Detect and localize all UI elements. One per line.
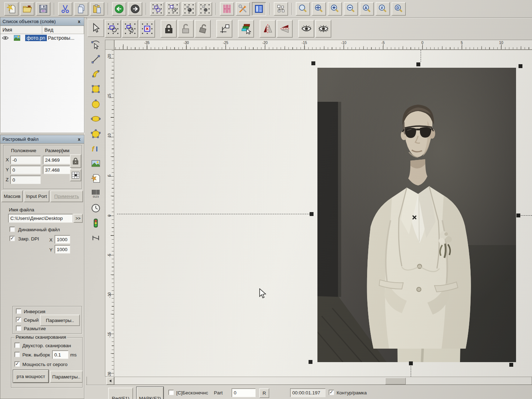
- set-origin-button[interactable]: [216, 20, 232, 38]
- save-button[interactable]: [36, 2, 50, 16]
- object-name[interactable]: фото.pn: [25, 35, 47, 41]
- object-list-button[interactable]: [252, 2, 266, 16]
- selection-handle-bottom-center[interactable]: [409, 361, 413, 365]
- group-button[interactable]: [150, 2, 164, 16]
- bidir-checkbox[interactable]: [15, 343, 20, 348]
- inversion-checkbox[interactable]: [16, 309, 21, 314]
- work-canvas[interactable]: [114, 50, 532, 377]
- x-position-input[interactable]: -0: [10, 156, 41, 164]
- reset-part-button[interactable]: R: [259, 388, 269, 398]
- close-icon[interactable]: x: [76, 19, 82, 24]
- gray-checkbox[interactable]: [16, 317, 21, 322]
- scan-params-button[interactable]: Параметры..: [50, 371, 83, 383]
- dynamic-file-checkbox[interactable]: [10, 227, 15, 232]
- selection-handle-middle-left[interactable]: [310, 212, 314, 216]
- zoom-pan-button[interactable]: [312, 2, 326, 16]
- line-tool[interactable]: [88, 52, 104, 67]
- ellipse-tool[interactable]: [88, 111, 104, 126]
- filename-input[interactable]: C:\Users\Денис\Desktop: [8, 214, 73, 223]
- lock-button[interactable]: [161, 20, 177, 38]
- dpi-y-input[interactable]: 1000: [55, 245, 70, 254]
- vector-file-tool[interactable]: [88, 171, 104, 186]
- pick-object-button[interactable]: [105, 20, 121, 38]
- combine-button[interactable]: [182, 2, 196, 16]
- zoom-out-button[interactable]: [344, 2, 358, 16]
- layer-colors-button[interactable]: [238, 20, 254, 38]
- mirror-vertical-button[interactable]: [277, 20, 293, 38]
- selection-handle-top-right[interactable]: [519, 64, 522, 68]
- unlock-button[interactable]: [178, 20, 194, 38]
- curve-tool[interactable]: [88, 67, 104, 82]
- raster-panel-header[interactable]: Растровый Файл x: [0, 135, 84, 144]
- z-position-input[interactable]: 0: [10, 176, 41, 184]
- zoom-window-button[interactable]: [296, 2, 310, 16]
- settings-button[interactable]: [236, 2, 250, 16]
- mirror-horizontal-button[interactable]: [260, 20, 276, 38]
- node-edit-tool[interactable]: [88, 37, 104, 52]
- scrollbar-thumb[interactable]: [385, 378, 406, 384]
- uncombine-button[interactable]: [198, 2, 212, 16]
- cut-button[interactable]: [58, 2, 72, 16]
- pick-add-button[interactable]: [122, 20, 138, 38]
- delay-tool[interactable]: [88, 201, 104, 216]
- browse-button[interactable]: >>: [73, 214, 83, 223]
- scroll-left-button[interactable]: [106, 377, 114, 385]
- array-button[interactable]: Массив: [1, 190, 23, 202]
- column-header-name[interactable]: Имя: [0, 26, 42, 34]
- object-row[interactable]: фото.pn Растровы...: [0, 34, 84, 42]
- sample-input[interactable]: 0.1: [52, 350, 68, 359]
- selection-handle-top-left[interactable]: [311, 61, 315, 65]
- spline-tool[interactable]: [88, 231, 104, 245]
- polygon-tool[interactable]: [88, 126, 104, 141]
- fixed-dpi-checkbox[interactable]: [10, 236, 15, 241]
- input-port-button[interactable]: Input Port: [24, 190, 49, 202]
- zoom-in-button[interactable]: [328, 2, 342, 16]
- blur-checkbox[interactable]: [16, 326, 21, 331]
- preview-all-button[interactable]: [315, 20, 331, 38]
- vertical-ruler[interactable]: 20 15 10 5 0 -5 -10 -15 -20: [105, 50, 114, 377]
- dpi-x-input[interactable]: 1000: [55, 235, 70, 244]
- circle-tool[interactable]: [88, 96, 104, 111]
- paste-button[interactable]: [90, 2, 104, 16]
- undo-button[interactable]: [112, 2, 126, 16]
- hatch-button[interactable]: [220, 2, 234, 16]
- selection-handle-bottom-left[interactable]: [309, 360, 312, 364]
- preview-button[interactable]: [298, 20, 314, 38]
- selection-handle-bottom-right[interactable]: [509, 363, 513, 367]
- power-map-button[interactable]: рта мощност: [13, 370, 49, 383]
- text-tool[interactable]: fI: [88, 141, 104, 156]
- horizontal-ruler[interactable]: -35 -30 -25 -20 -15 -10 -5 0 5 10: [114, 40, 532, 50]
- io-tool[interactable]: [88, 216, 104, 231]
- zoom-all-button[interactable]: A: [360, 2, 374, 16]
- x-size-input[interactable]: 24.969: [43, 156, 71, 164]
- unlock-all-button[interactable]: [195, 20, 211, 38]
- contour-checkbox[interactable]: [329, 390, 334, 395]
- part-count-input[interactable]: 0: [232, 388, 256, 397]
- pick-delete-button[interactable]: [139, 20, 155, 38]
- bitmap-tool[interactable]: [88, 156, 104, 171]
- y-position-input[interactable]: 0: [10, 166, 41, 174]
- horizontal-scrollbar[interactable]: [114, 377, 532, 385]
- rectangle-tool[interactable]: [88, 82, 104, 96]
- selection-handle-middle-right[interactable]: [516, 214, 520, 217]
- power-gray-checkbox[interactable]: [15, 361, 20, 367]
- selected-bitmap-photo[interactable]: [317, 68, 516, 362]
- y-size-input[interactable]: 37.468: [43, 166, 71, 174]
- selection-handle-top-center[interactable]: [416, 62, 420, 66]
- copy-button[interactable]: [74, 2, 88, 16]
- lock-aspect-button[interactable]: [70, 154, 81, 168]
- barcode-tool[interactable]: 0123: [88, 186, 104, 201]
- infinite-checkbox[interactable]: [168, 390, 174, 395]
- red-preview-button[interactable]: Red(F1): [108, 388, 133, 399]
- zoom-page-button[interactable]: D: [392, 2, 406, 16]
- zoom-selection-button[interactable]: #: [376, 2, 390, 16]
- close-icon[interactable]: x: [76, 137, 82, 142]
- flow-button[interactable]: [274, 2, 288, 16]
- select-tool[interactable]: [88, 19, 104, 37]
- open-button[interactable]: [20, 2, 34, 16]
- column-header-view[interactable]: Вид: [42, 26, 84, 34]
- anchor-point-button[interactable]: [70, 169, 81, 181]
- sample-checkbox[interactable]: [15, 352, 20, 357]
- object-list-panel-header[interactable]: Список объектов (слоёв) x: [0, 17, 84, 26]
- gray-params-button[interactable]: Параметры..: [40, 315, 80, 326]
